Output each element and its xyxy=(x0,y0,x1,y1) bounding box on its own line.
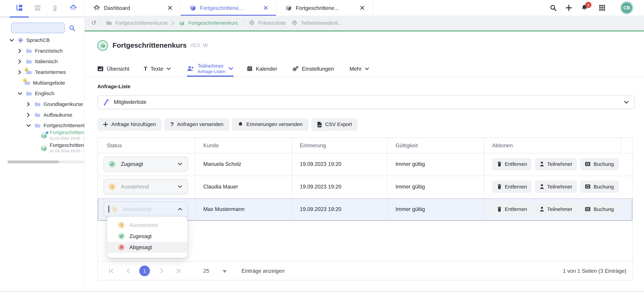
remove-button[interactable]: Entfernen xyxy=(492,158,532,170)
next-page-icon[interactable] xyxy=(160,268,164,273)
overview-image-icon xyxy=(97,66,104,71)
trash-icon xyxy=(497,207,502,212)
sidebar-search-input[interactable] xyxy=(11,23,65,33)
tree-item-italienisch[interactable]: Italienisch xyxy=(0,56,85,67)
cell-gueltigkeit: Immer gültig xyxy=(396,161,425,167)
person-icon xyxy=(540,207,544,212)
current-page-button[interactable]: 1 xyxy=(139,266,150,276)
tab-einstellungen[interactable]: Einstellungen xyxy=(292,62,334,75)
tree-item-grundlagenkurse[interactable]: Grundlagenkurse xyxy=(0,99,85,110)
first-page-icon[interactable] xyxy=(109,268,114,273)
column-header-status[interactable]: Status xyxy=(107,138,122,153)
sidebar-header xyxy=(0,0,85,18)
column-header-gueltigkeit[interactable]: Gültigkeit xyxy=(396,138,418,153)
status-select-row-1[interactable]: Zugesagt xyxy=(104,156,188,172)
participant-button[interactable]: Teilnehmer xyxy=(535,158,577,170)
tab-texte[interactable]: T Texte xyxy=(144,62,171,75)
breadcrumb-item-current[interactable]: Fortgeschrittenenkurs xyxy=(188,20,238,26)
status-select-row-2[interactable]: Ausstehend xyxy=(104,179,188,194)
person-icon xyxy=(540,184,544,189)
tab-teilnehmer-active[interactable]: Teilnehmer Anfrage-Listen xyxy=(187,62,234,75)
status-option-ausstehend[interactable]: Ausstehend xyxy=(107,220,187,231)
send-reminders-button[interactable]: Erinnerungen versenden xyxy=(232,118,308,131)
avatar[interactable]: CB xyxy=(620,1,633,14)
column-header-kunde[interactable]: Kunde xyxy=(203,138,219,153)
booking-button[interactable]: Buchung xyxy=(580,158,619,170)
horizontal-scrollbar[interactable] xyxy=(7,161,84,163)
chevron-right-icon[interactable] xyxy=(18,49,21,53)
tab-uebersicht[interactable]: Übersicht xyxy=(97,62,129,75)
page-size-value[interactable]: 25 xyxy=(203,268,209,274)
remove-button[interactable]: Entfernen xyxy=(492,203,532,215)
csv-export-button[interactable]: CSV CSV Export xyxy=(311,118,358,131)
tab-mehr[interactable]: Mehr xyxy=(350,62,369,75)
tab-label: Kalender xyxy=(256,65,277,72)
breadcrumb-item[interactable]: Präsenzliste xyxy=(258,20,286,26)
anfrage-liste-select[interactable]: Mitgliederliste xyxy=(97,95,634,109)
tree-item-label: Französisch xyxy=(35,48,62,54)
chevron-right-icon[interactable] xyxy=(18,70,21,75)
participant-button[interactable]: Teilnehmer xyxy=(535,181,577,193)
tree-item-teaminternes[interactable]: Teaminternes xyxy=(0,67,85,78)
chevron-down-icon[interactable] xyxy=(26,124,31,127)
scrollbar-thumb[interactable] xyxy=(7,161,59,163)
folder-icon xyxy=(34,102,40,107)
breadcrumb-item[interactable]: Fortgeschrittenenkurse xyxy=(115,20,168,26)
tab-kalender[interactable]: Kalender xyxy=(247,62,277,75)
page-size-dropdown-icon[interactable] xyxy=(223,270,227,273)
plus-icon[interactable] xyxy=(566,5,572,11)
tree-item-course-1-selected[interactable]: Fortgeschrittenenkurs 01.02.2024 18:00 -… xyxy=(0,129,85,142)
ticket-icon xyxy=(585,207,591,212)
search-icon[interactable] xyxy=(69,25,75,31)
tab-dashboard[interactable]: Dashboard xyxy=(85,0,181,16)
booking-button[interactable]: Buchung xyxy=(580,181,619,193)
add-request-button[interactable]: Anfrage hinzufügen xyxy=(97,118,162,131)
button-label: Entfernen xyxy=(505,161,527,167)
status-option-zugesagt[interactable]: Zugesagt xyxy=(107,231,187,242)
bell-icon[interactable]: 1 xyxy=(581,4,588,11)
home-icon xyxy=(94,5,100,11)
tab-label: Übersicht xyxy=(107,65,129,72)
chevron-down-icon[interactable] xyxy=(9,39,14,42)
column-header-erinnerung[interactable]: Erinnerung xyxy=(300,138,326,153)
chevron-right-icon[interactable] xyxy=(27,113,30,117)
apps-grid-icon[interactable] xyxy=(599,5,605,11)
last-page-icon[interactable] xyxy=(176,268,181,273)
sidebar-active-tab-indicator xyxy=(10,16,29,17)
previous-page-icon[interactable] xyxy=(126,268,130,273)
hierarchy-tree-icon[interactable] xyxy=(16,4,23,11)
breadcrumb-item[interactable]: Teilnehmendenli... xyxy=(301,20,342,26)
question-icon: ? xyxy=(170,121,174,127)
column-header-aktionen[interactable]: Aktionen xyxy=(492,138,513,153)
chevron-down-icon[interactable] xyxy=(18,92,22,95)
tab-course-active[interactable]: Fortgeschrittene... xyxy=(181,0,276,16)
history-icon[interactable]: ↺ xyxy=(91,20,96,26)
chevron-right-icon[interactable] xyxy=(27,102,30,107)
chevron-right-icon[interactable] xyxy=(18,59,21,64)
tree-item-aufbaukurse[interactable]: Aufbaukurse xyxy=(0,110,85,120)
page-header: Fortgeschrittenenkurs #E3_W xyxy=(97,40,208,51)
close-icon[interactable] xyxy=(360,6,364,10)
booking-button[interactable]: Buchung xyxy=(580,203,619,215)
send-requests-button[interactable]: ? Anfragen versenden xyxy=(164,118,229,131)
lock-icon xyxy=(23,78,27,82)
status-option-abgesagt[interactable]: Abgesagt xyxy=(107,242,187,253)
tree-item-course-2[interactable]: Fortgeschrittenenkurs 01.04.2024 18:00 -… xyxy=(0,142,85,155)
participant-button[interactable]: Teilnehmer xyxy=(535,203,577,215)
remove-button[interactable]: Entfernen xyxy=(492,181,532,193)
tree-item-franzoesisch[interactable]: Französisch xyxy=(0,46,85,56)
trash-icon[interactable] xyxy=(52,5,58,11)
home-icon[interactable] xyxy=(70,4,77,11)
archive-icon[interactable] xyxy=(34,4,41,11)
tree-item-sprachcb[interactable]: SprachCB xyxy=(0,35,85,46)
status-select-row-3-open[interactable]: Ausstehend xyxy=(104,201,188,217)
divider xyxy=(292,138,292,221)
cell-erinnerung: 19.09.2023 19:20 xyxy=(300,183,342,189)
search-icon[interactable] xyxy=(550,4,556,11)
tree-item-multiangebote[interactable]: Multiangebote xyxy=(0,78,85,88)
button-label: Entfernen xyxy=(505,184,527,190)
close-icon[interactable] xyxy=(168,6,172,10)
tab-course-2[interactable]: Fortgeschrittene... xyxy=(276,0,373,16)
close-icon[interactable] xyxy=(264,6,268,10)
tree-item-englisch[interactable]: Englisch xyxy=(0,88,85,99)
